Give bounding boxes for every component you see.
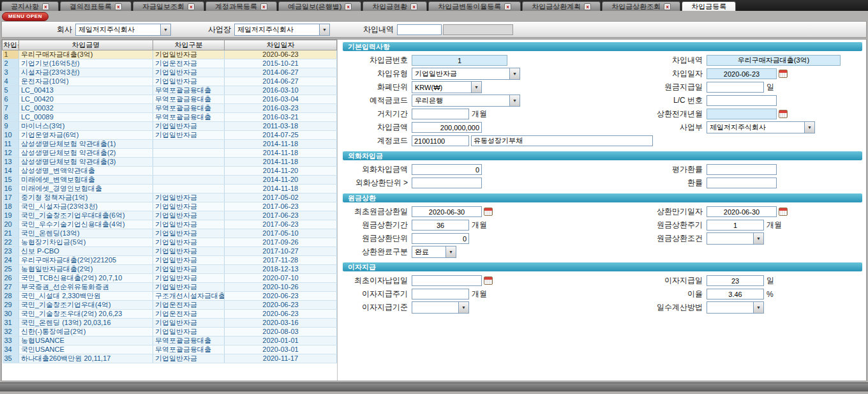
calendar-icon[interactable] <box>484 208 493 216</box>
repay-cond-select[interactable]: ▼ <box>707 232 764 245</box>
tab-차입금상환조회[interactable]: 차입금상환조회x <box>602 1 680 11</box>
repay-cycle-field[interactable] <box>707 220 764 231</box>
grid-row[interactable]: 10기업운영자금(6억)기업일반자금2014-07-25 <box>3 131 337 140</box>
grid-row[interactable]: 7LC_00032무역포괄금융대출2016-03-23 <box>3 104 337 113</box>
maturity-field[interactable] <box>707 206 777 217</box>
repay-unit-field[interactable] <box>412 233 469 244</box>
company-select[interactable]: 제일저지주식회사 ▼ <box>75 24 171 36</box>
grid-row[interactable]: 5LC_00413무역포괄금융대출2016-03-10 <box>3 86 337 95</box>
fx-unit-field[interactable] <box>412 178 482 188</box>
tab-계정과목등록[interactable]: 계정과목등록x <box>206 1 277 11</box>
grid-row[interactable]: 27부국증권_선순위유동화증권기업일반자금2020-10-26 <box>3 283 337 292</box>
grid-row[interactable]: 21국민_온렌딩(13억)기업일반자금2017-05-10 <box>3 229 337 238</box>
grid-row[interactable]: 29국민_기술창조기업우대(4억)기업운전자금2020-06-23 <box>3 301 337 310</box>
tab-차입금등록[interactable]: 차입금등록 <box>682 1 736 11</box>
grid-row[interactable]: 23신보 P-CBO기업일반자금2017-10-27 <box>3 247 337 256</box>
tab-close-icon[interactable]: x <box>115 3 122 10</box>
grid-row[interactable]: 13삼성생명단체보험 약관대출(3)2014-11-18 <box>3 158 337 167</box>
loan-type: 기업일반자금 <box>153 220 225 229</box>
branch-select[interactable]: 제일저지주식회사 ▼ <box>234 24 330 36</box>
int-cycle-field[interactable] <box>412 289 469 299</box>
loan-date-field[interactable] <box>707 68 777 79</box>
tab-close-icon[interactable]: x <box>410 3 417 10</box>
calendar-icon[interactable] <box>779 110 788 118</box>
first-repay-field[interactable] <box>412 206 482 217</box>
tab-차입금상환계획[interactable]: 차입금상환계획x <box>522 1 601 11</box>
menu-open-button[interactable]: MENU OPEN <box>2 12 49 21</box>
grid-row[interactable]: 25농협일반자금대출(2억)기업일반자금2018-12-13 <box>3 265 337 274</box>
first-int-field[interactable] <box>412 275 482 286</box>
grid-row[interactable]: 16미래에셋_경영인보험대출2014-11-18 <box>3 185 337 193</box>
account-code-field[interactable] <box>412 135 469 146</box>
col-loan-type[interactable]: 차입구분 <box>153 40 225 50</box>
principal-pay-day-field[interactable] <box>707 82 764 93</box>
tab-차입금변동이율등록[interactable]: 차입금변동이율등록x <box>428 1 521 11</box>
grid-row[interactable]: 35하나대출260백만원 20,11,17기업일반자금2020-11-17 <box>3 354 337 363</box>
grid-row[interactable]: 19국민_기술창조기업우대대출(6억)기업일반자금2017-06-23 <box>3 211 337 220</box>
rollover-ym-field[interactable] <box>707 109 777 119</box>
grid-row[interactable]: 4운전자금(10억)기업일반자금2014-06-27 <box>3 77 337 86</box>
grid-row[interactable]: 24우리구매자금대출(2억)221205기업일반자금2017-11-28 <box>3 256 337 265</box>
grid-row[interactable]: 2기업기보(16억5천)기업운전자금2015-10-21 <box>3 59 337 68</box>
grid-row[interactable]: 20국민_우수기술기업신용대출(4억)기업일반자금2017-06-23 <box>3 220 337 229</box>
grid-row[interactable]: 14삼성생명_변액약관대출2014-11-20 <box>3 167 337 176</box>
col-loan-name[interactable]: 차입금명 <box>19 40 153 50</box>
tab-close-icon[interactable]: x <box>188 3 195 10</box>
grid-row[interactable]: 8LC_00089무역포괄금융대출2016-03-21 <box>3 113 337 122</box>
loan-no-field[interactable] <box>412 55 507 66</box>
account-name-field[interactable] <box>471 135 653 146</box>
loan-desc-search-input[interactable] <box>397 24 442 35</box>
grid-row[interactable]: 18국민_시설자금(23억3천)기업일반자금2017-06-23 <box>3 202 337 211</box>
tab-결의전표등록[interactable]: 결의전표등록x <box>60 1 131 11</box>
grid-row[interactable]: 12삼성생명단체보험 약관대출(2)2014-11-18 <box>3 149 337 158</box>
int-basis-select[interactable]: ▼ <box>412 301 469 314</box>
grid-row[interactable]: 11삼성생명단체보험 약관대출(1)2014-11-18 <box>3 140 337 149</box>
grid-row[interactable]: 32신한(-)통장예금(2억)기업일반자금2020-08-03 <box>3 328 337 337</box>
tab-예금일보(은행별)[interactable]: 예금일보(은행별)x <box>278 1 361 11</box>
loan-desc-field[interactable] <box>707 55 841 66</box>
interest-rate-field[interactable] <box>707 289 764 299</box>
eval-rate-field[interactable] <box>707 164 777 175</box>
tab-close-icon[interactable]: x <box>345 3 352 10</box>
tab-공지사항[interactable]: 공지사항x <box>1 1 59 11</box>
calendar-icon[interactable] <box>484 277 493 285</box>
lc-no-field[interactable] <box>707 95 777 106</box>
grid-row[interactable]: 26국민_TCB신용대출(2억) 20,7,10기업일반자금2020-07-10 <box>3 274 337 283</box>
division-select[interactable]: 제일저지주식회사 ▼ <box>707 121 815 133</box>
grid-row[interactable]: 17중기청 정책자금(1억)기업일반자금2017-05-02 <box>3 193 337 202</box>
grid-row[interactable]: 30국민_기술창조우대(2억) 20,6,23기업운전자금2020-06-23 <box>3 310 337 319</box>
grid-row[interactable]: 28국민_시설대 2,330백만원구조개선시설자금대출2020-06-23 <box>3 292 337 301</box>
grid-row[interactable]: 9마이너스(3억)기업일반자금2011-03-18 <box>3 122 337 131</box>
grace-period-field[interactable] <box>412 109 469 119</box>
grid-row[interactable]: 33농협USANCE무역포괄금융대출2020-01-01 <box>3 337 337 345</box>
loan-type-select[interactable]: 기업일반자금 ▼ <box>412 68 520 80</box>
grid-row[interactable]: 3시설자금(23억3천)기업일반자금2014-06-27 <box>3 68 337 77</box>
fx-amount-field[interactable] <box>412 164 482 175</box>
tab-close-icon[interactable]: x <box>260 3 267 10</box>
grid-row[interactable]: 22농협장기차입금(5억)기업일반자금2017-09-26 <box>3 238 337 247</box>
repay-period-field[interactable] <box>412 220 469 231</box>
day-calc-select[interactable]: ▼ <box>707 301 764 314</box>
col-loan-code[interactable]: 차입금코드 <box>3 40 19 50</box>
tab-close-icon[interactable]: x <box>42 3 49 10</box>
deposit-code-select[interactable]: 우리은행 ▼ <box>412 95 520 107</box>
loan-desc-search-input2[interactable] <box>443 24 513 35</box>
tab-close-icon[interactable]: x <box>504 3 511 10</box>
tab-자금일보조회[interactable]: 자금일보조회x <box>133 1 204 11</box>
complete-select[interactable]: 완료 ▼ <box>412 246 456 258</box>
calendar-icon[interactable] <box>779 70 788 78</box>
loan-amount-field[interactable] <box>412 122 482 133</box>
currency-select[interactable]: KRW(₩) ▼ <box>412 81 482 93</box>
grid-row[interactable]: 6LC_00420무역포괄금융대출2016-03-04 <box>3 95 337 104</box>
calendar-icon[interactable] <box>779 208 788 216</box>
col-loan-date[interactable]: 차입일자 <box>225 40 337 50</box>
grid-row[interactable]: 31국민_온렌딩 (13억) 20,03,16기업일반자금2020-03-16 <box>3 319 337 328</box>
grid-row[interactable]: 34국민USANCE무역포괄금융대출2020-03-01 <box>3 345 337 354</box>
exchange-rate-field[interactable] <box>707 178 777 188</box>
grid-row[interactable]: 1우리구매자금대출(3억)기업일반자금2020-06-23 <box>3 50 337 59</box>
int-day-field[interactable] <box>707 275 764 286</box>
tab-close-icon[interactable]: x <box>664 3 671 10</box>
grid-row[interactable]: 15미래에셋_변액보험대출2014-11-20 <box>3 176 337 185</box>
tab-close-icon[interactable]: x <box>584 3 591 10</box>
tab-차입금현황[interactable]: 차입금현황x <box>363 1 427 11</box>
